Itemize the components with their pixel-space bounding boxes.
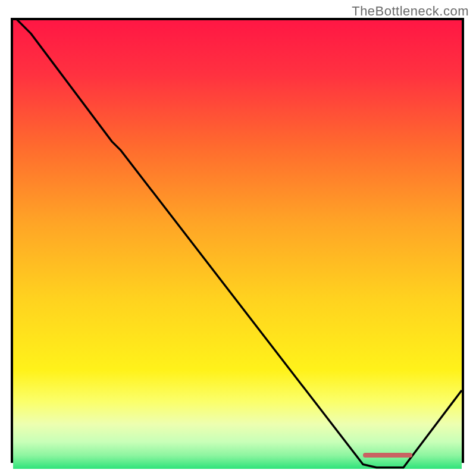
- bottleneck-curve: [13, 20, 462, 469]
- watermark-text: TheBottleneck.com: [352, 4, 469, 19]
- chart-frame: [11, 18, 464, 463]
- optimal-range-marker: [363, 453, 412, 458]
